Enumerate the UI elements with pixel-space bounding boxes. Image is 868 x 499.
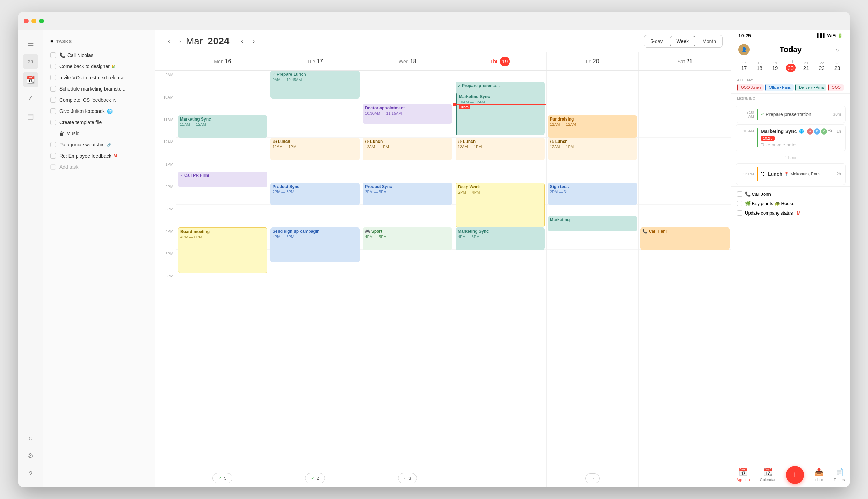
task-count-badge-mon[interactable]: ✓ 5 <box>212 473 232 483</box>
forward-button[interactable]: › <box>175 36 186 47</box>
event-sign-ter[interactable]: Sign ter... 2PM — 3:... <box>548 183 637 205</box>
task-checkbox-4[interactable] <box>50 86 56 92</box>
event-prepare-lunch[interactable]: ✓ Prepare Lunch 9AM — 10:45AM <box>270 71 360 99</box>
add-task-item[interactable]: Add task <box>43 161 155 173</box>
event-marketing-sync-thu2[interactable]: Marketing Sync 4PM — 5PM <box>456 227 545 250</box>
task-item[interactable]: Patagonia sweatshirt 🔗 <box>43 139 155 150</box>
task-checkbox-5[interactable] <box>50 97 56 103</box>
time-6pm: 6PM <box>155 273 176 296</box>
bottom-task-1[interactable]: 📞 Call John <box>737 189 844 199</box>
calendar-grid-icon[interactable]: 📆 <box>23 72 38 87</box>
task-checkbox-9[interactable] <box>50 142 56 147</box>
event-board-meeting[interactable]: Board meeting 4PM — 6PM <box>178 227 267 273</box>
prev-month-button[interactable]: ‹ <box>236 36 247 47</box>
nav-agenda[interactable]: 📅 Agenda <box>737 468 750 482</box>
month-icon[interactable]: 20 <box>23 54 38 69</box>
event-doctor[interactable]: Doctor appointment 10:30AM — 11:15AM <box>363 104 452 124</box>
event-product-sync-wed[interactable]: Product Sync 2PM — 3PM <box>363 183 452 205</box>
nav-calendar[interactable]: 📆 Calendar <box>760 468 776 482</box>
mini-day-17[interactable]: 17 17 <box>737 59 751 72</box>
task-count-badge-wed[interactable]: ○ 3 <box>398 473 417 483</box>
bottom-task-3[interactable]: Update company status M <box>737 208 844 218</box>
task-item[interactable]: Come back to designer M <box>43 61 155 72</box>
btask-checkbox-1[interactable] <box>737 191 742 197</box>
event-call-heni[interactable]: 📞 Call Heni <box>640 227 730 250</box>
event-marketing-sync-mon[interactable]: Marketing Sync 11AM — 12AM <box>178 115 267 138</box>
gmail-icon-2: M <box>114 153 117 158</box>
thu-num: 19 <box>500 57 510 66</box>
task-checkbox-6[interactable] <box>50 108 56 114</box>
task-item[interactable]: Invite VCs to test next release <box>43 72 155 83</box>
task-subitem[interactable]: 🗑 Music <box>43 128 155 139</box>
event-fundraising[interactable]: Fundraising 11AM — 12AM <box>548 115 637 138</box>
lunch-card[interactable]: 12 PM 🍽 Lunch 📍 Mokonuts, Paris 2h <box>736 163 846 185</box>
fab-add-button[interactable]: + <box>786 466 804 484</box>
all-day-section: ALL DAY OOO Julien Office · Paris Delive… <box>731 75 850 93</box>
task-count-badge-tue[interactable]: ✓ 2 <box>305 473 325 483</box>
task-item[interactable]: Schedule marketing brainstor... <box>43 83 155 94</box>
prepare-presentation-card[interactable]: 9:30 AM ✓ Prepare presentation 30m <box>736 106 846 123</box>
mini-day-19[interactable]: 19 19 <box>768 59 782 72</box>
mini-day-22[interactable]: 22 22 <box>815 59 829 72</box>
help-icon[interactable]: ? <box>23 466 38 482</box>
task-item[interactable]: Create template file <box>43 117 155 128</box>
all-day-ooo[interactable]: OOO <box>828 84 844 91</box>
add-task-checkbox[interactable] <box>50 164 56 170</box>
back-button[interactable]: ‹ <box>164 36 175 47</box>
notion-icon: N <box>113 97 116 103</box>
event-lunch-thu[interactable]: 🍽Lunch 12AM — 1PM <box>456 138 545 160</box>
event-lunch-fri[interactable]: 🍽Lunch 12AM — 1PM <box>548 138 637 160</box>
nav-pages[interactable]: 📄 Pages <box>834 468 845 482</box>
task-item[interactable]: Complete iOS feedback N <box>43 94 155 106</box>
mini-day-21[interactable]: 21 21 <box>799 59 813 72</box>
event-deep-work[interactable]: Deep Work 2PM — 4PM <box>456 183 545 227</box>
event-send-signup[interactable]: Send sign up campagin 4PM — 6PM <box>270 227 360 262</box>
all-day-office-paris[interactable]: Office · Paris <box>765 84 794 91</box>
btask-checkbox-3[interactable] <box>737 210 742 216</box>
event-lunch-wed[interactable]: 🍽Lunch 12AM — 1PM <box>363 138 452 160</box>
bottom-task-2[interactable]: 🌿 Buy plants 🐢 House <box>737 199 844 208</box>
all-day-ooo-julien[interactable]: OOO Julien <box>737 84 764 91</box>
event-sport[interactable]: 🎮 Sport 4PM — 5PM <box>363 227 452 250</box>
event-product-sync-tue[interactable]: Product Sync 2PM — 3PM <box>270 183 360 205</box>
nav-agenda-label: Agenda <box>737 478 750 482</box>
mini-day-18[interactable]: 18 18 <box>753 59 767 72</box>
view-month-button[interactable]: Month <box>696 35 722 47</box>
all-day-delivery[interactable]: Delivery · Ama <box>795 84 826 91</box>
next-month-button[interactable]: › <box>248 36 259 47</box>
task-item[interactable]: Give Julien feedback 🌐 <box>43 106 155 117</box>
task-checkbox-7[interactable] <box>50 120 56 125</box>
view-5day-button[interactable]: 5-day <box>644 35 669 47</box>
ms-note[interactable]: Take private notes... <box>761 142 841 147</box>
task-checkbox-1[interactable] <box>50 52 56 58</box>
close-button[interactable] <box>24 19 29 23</box>
task-item[interactable]: Re: Employee feedback M <box>43 150 155 161</box>
task-checkbox-3[interactable] <box>50 75 56 80</box>
search-icon[interactable]: ⌕ <box>23 430 38 445</box>
nav-inbox[interactable]: 📥 Inbox <box>814 468 824 482</box>
inbox-icon[interactable]: ☰ <box>23 36 38 51</box>
btask-checkbox-2[interactable] <box>737 201 742 206</box>
mini-day-20-today[interactable]: 20 20 <box>784 59 798 72</box>
event-call-pr-firm[interactable]: ✓ Call PR Firm <box>178 172 267 187</box>
task-checkbox-2[interactable] <box>50 64 56 69</box>
user-avatar[interactable]: 👤 <box>738 44 750 55</box>
avatar-3: C <box>821 128 827 135</box>
fullscreen-button[interactable] <box>39 19 44 23</box>
task-count-badge-fri[interactable]: ○ <box>585 473 600 483</box>
marketing-sync-card[interactable]: 10 AM Marketing Sync 🌐 A B C +2 <box>736 124 846 151</box>
event-marketing-sync-thu[interactable]: Marketing Sync 10AM — 12AM 10:25 <box>456 93 545 135</box>
mobile-search-button[interactable]: ⌕ <box>832 44 843 55</box>
notes-icon[interactable]: ▤ <box>23 108 38 124</box>
task-checkbox-10[interactable] <box>50 153 56 159</box>
inbox-nav-icon: 📥 <box>814 468 824 477</box>
mini-day-23[interactable]: 23 23 <box>830 59 844 72</box>
task-item[interactable]: 📞 Call Nicolas <box>43 50 155 61</box>
event-lunch-tue[interactable]: 🍽Lunch 12AM — 1PM <box>270 138 360 160</box>
event-marketing-fri[interactable]: Marketing <box>548 216 637 231</box>
view-week-button[interactable]: Week <box>670 36 696 46</box>
minimize-button[interactable] <box>31 19 36 23</box>
calendar-year: 2024 <box>208 36 229 46</box>
settings-icon[interactable]: ⚙ <box>23 448 38 463</box>
check-icon[interactable]: ✓ <box>23 90 38 106</box>
